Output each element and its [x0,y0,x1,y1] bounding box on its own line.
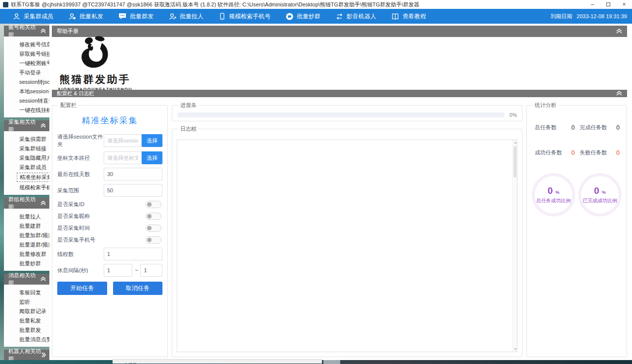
sidebar-item-bulk-edit-group[interactable]: 批量修改群 [4,250,49,259]
sidebar-section-collect[interactable]: 采集相关功能 [4,120,49,131]
sidebar-item-bulk-join-group[interactable]: 批量加群/频道 [4,231,49,240]
session-folder-row: 请选择session文件夹 选择 [57,133,162,148]
scrollbar-thumb[interactable] [514,146,516,178]
interval-separator: ~ [135,267,138,273]
toolbar-item-media-bot[interactable]: 影音机器人 [328,9,384,24]
close-icon[interactable]: × [616,0,632,9]
toolbar-item-view-tutorial[interactable]: 查看教程 [384,9,434,24]
collect-phone-toggle[interactable] [146,236,161,244]
sidebar-item-get-account-link[interactable]: 获取账号链接信息 [4,49,49,59]
progress-legend: 进度条 [178,102,198,109]
app-window: 联系TG客服 @cjhshk199937 @TC2397431747 @ssk1… [0,0,632,360]
main-content: 帮助手册 熊 [49,24,632,360]
middle-column: 进度条 0% 日志框 [172,102,522,357]
collect-nickname-toggle[interactable] [146,213,161,220]
app-icon [3,2,8,7]
chevron-right-icon [41,352,46,359]
chevron-up-icon [40,276,46,282]
last-online-days-input[interactable] [104,168,162,181]
toolbar-item-bulk-group-send[interactable]: 批量群发 [111,9,161,24]
sidebar: 账号相关功能 修改账号信息 获取账号链接信息 一键检测账号 手动登录 sessi… [0,24,49,360]
collapse-up-icon[interactable] [616,91,622,97]
toolbar-item-collect-members[interactable]: 采集群成员 [5,9,61,24]
sidebar-item-session-to-json[interactable]: session转json [4,77,49,87]
collect-range-input[interactable] [104,184,162,197]
sidebar-item-bulk-leave-group[interactable]: 批量退群/频道 [4,240,49,250]
sidebar-item-collect-group-links[interactable]: 采集群链接 [4,144,49,153]
sidebar-item-precise-coordinate-collect[interactable]: 精准坐标采集 [17,173,49,182]
percent-unit: % [602,190,606,195]
completed-tasks-label: 完成任务数 [580,124,607,131]
start-task-button[interactable]: 开始任务 [57,282,107,295]
session-folder-input[interactable] [104,134,142,147]
window-controls: – × [585,0,632,9]
sidebar-item-collect-group-members[interactable]: 采集群成员 [4,163,49,172]
scroll-down-icon[interactable] [514,348,517,350]
sidebar-item-collect-supply-groups[interactable]: 采集供需群 [4,135,49,144]
log-scrollbar[interactable] [513,140,517,352]
group-hype-icon [285,12,294,21]
collect-id-row: 是否采集ID [57,200,162,208]
toolbar-item-phone-search[interactable]: 规模检索手机号 [211,9,278,24]
coordinate-path-label: 坐标文本路径 [57,154,104,162]
interval-min-input[interactable] [104,264,132,277]
sidebar-item-bulk-hype-group[interactable]: 批量炒群 [4,259,49,268]
progress-bar [177,112,505,117]
scroll-up-icon[interactable] [514,142,517,144]
toolbar-item-bulk-pull-people[interactable]: 批量拉人 [161,9,211,24]
sidebar-item-listen[interactable]: 监听 [4,297,49,307]
collapse-up-icon[interactable] [616,29,622,35]
section-title: 消息相关功能 [8,272,40,287]
session-folder-choose-button[interactable]: 选择 [142,134,162,147]
sidebar-item-bulk-like-dislike[interactable]: 批量消息点赞/点踩 [4,335,49,344]
sidebar-item-check-account[interactable]: 一键检测账号 [4,59,49,68]
sidebar-item-cs-reply[interactable]: 客服回复 [4,288,49,297]
sidebar-item-bulk-pull[interactable]: 批量拉人 [4,212,49,221]
toolbar-item-bulk-group-hype[interactable]: 批量炒群 [278,9,328,24]
sidebar-section-groups[interactable]: 群组相关功能 [4,198,49,209]
task-buttons-row: 开始任务 取消任务 [57,282,162,295]
phone-search-icon [218,12,226,20]
main-toolbar: 采集群成员 批量私发 批量群发 批量拉人 规模检索手机号 批量炒群 [0,9,632,24]
logo-title: 熊猫群发助手 [60,73,131,86]
sidebar-item-bulk-create-group[interactable]: 批量建群 [4,221,49,231]
sidebar-item-collect-hidden-users[interactable]: 采集隐藏用户 [4,153,49,163]
sidebar-item-online-idle[interactable]: 一键在线挂机 [4,106,49,115]
cancel-task-button[interactable]: 取消任务 [113,282,163,295]
progress-percent: 0% [510,112,517,118]
completed-tasks: 完成任务数 0 [577,124,622,131]
chevron-up-icon [40,28,46,34]
maximize-icon[interactable] [600,0,616,9]
panda-logo [76,35,115,73]
interval-label: 休息间隔(秒) [57,267,104,274]
sidebar-item-bulk-private-send[interactable]: 批量私发 [4,316,49,326]
collect-time-toggle[interactable] [146,224,161,232]
failed-tasks-value: 0 [616,149,620,156]
total-success-ratio-circle: 0 % 总任务成功比例 [532,173,575,217]
section-title: 采集相关功能 [8,118,40,133]
toolbar-item-bulk-private-send[interactable]: 批量私发 [61,9,111,24]
threads-input[interactable] [104,248,162,260]
sidebar-item-edit-account[interactable]: 修改账号信息 [4,40,49,49]
sidebar-item-crawl-group-records[interactable]: 爬取群记录 [4,307,49,316]
minimize-icon[interactable]: – [585,0,600,9]
collect-range-label: 采集范围 [57,187,104,194]
total-tasks: 总任务数 0 [532,124,577,131]
section-title: 账号相关功能 [8,24,40,38]
sidebar-item-session-direct-login[interactable]: session转直登号 [4,96,49,106]
coordinate-path-row: 坐标文本路径 选择 [57,151,162,164]
sidebar-item-local-session-login[interactable]: 本地session登录 [4,87,49,96]
sidebar-section-account[interactable]: 账号相关功能 [4,26,49,36]
total-success-ratio-value: 0 [548,185,553,196]
sidebar-section-messages[interactable]: 消息相关功能 [4,274,49,285]
help-header-label[interactable]: 帮助手册 [57,28,79,35]
toolbar-label: 影音机器人 [347,12,376,21]
sidebar-item-manual-login[interactable]: 手动登录 [4,68,49,77]
coordinate-path-choose-button[interactable]: 选择 [142,151,162,164]
collect-id-toggle[interactable] [146,201,161,208]
sidebar-item-phone-search[interactable]: 规模检索手机号 [4,183,49,192]
sidebar-item-bulk-group-send[interactable]: 批量群发 [4,326,49,335]
sidebar-section-robot[interactable]: 机器人相关功能 [4,350,49,360]
coordinate-path-input[interactable] [104,151,142,164]
interval-max-input[interactable] [140,264,162,277]
